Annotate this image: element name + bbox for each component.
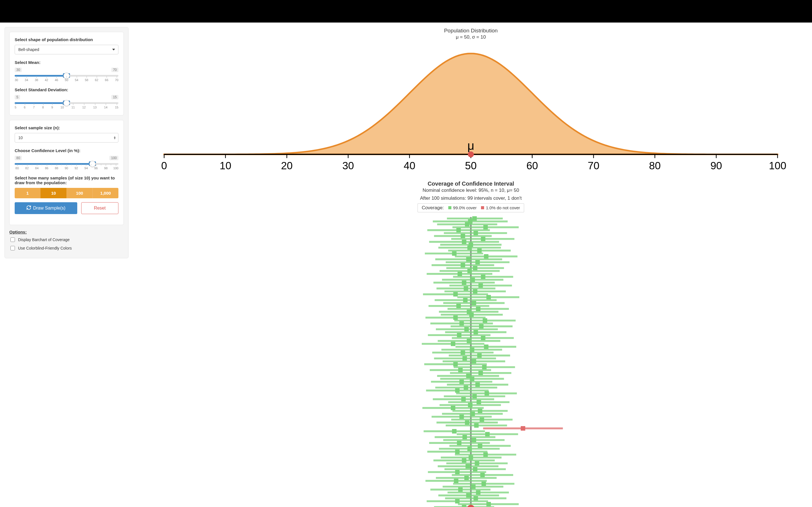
pop-chart-svg: 0102030405060708090100μ <box>134 42 808 177</box>
n-select[interactable]: 10 ▲▼ <box>15 133 118 143</box>
sd-min: 5 <box>15 95 20 100</box>
svg-rect-183 <box>478 444 483 448</box>
conf-slider-handle[interactable] <box>89 161 96 167</box>
svg-text:40: 40 <box>404 160 415 172</box>
slider-tick <box>59 166 64 170</box>
mean-slider[interactable]: 50 3034384246505458626670 <box>15 74 118 82</box>
slider-tick: 96 <box>94 166 98 170</box>
slider-tick: 88 <box>54 166 59 170</box>
svg-rect-111 <box>467 339 471 343</box>
slider-tick: 34 <box>25 78 28 82</box>
option-colorblind-checkbox[interactable] <box>10 246 15 250</box>
coverage-chart: Coverage of Confidence Interval Nominal … <box>134 180 808 507</box>
slider-tick: 5 <box>15 106 16 109</box>
cov-chart-title: Coverage of Confidence Interval <box>134 180 808 187</box>
slider-tick: 100 <box>113 166 118 170</box>
reset-button[interactable]: Reset <box>81 202 118 214</box>
svg-rect-69 <box>470 277 475 282</box>
svg-rect-201 <box>455 470 460 474</box>
svg-rect-217 <box>466 493 470 497</box>
svg-rect-121 <box>477 353 482 358</box>
svg-rect-189 <box>483 452 488 457</box>
svg-rect-153 <box>476 400 481 404</box>
svg-rect-215 <box>476 490 480 495</box>
svg-rect-103 <box>464 327 469 332</box>
svg-text:30: 30 <box>342 160 354 172</box>
svg-rect-203 <box>480 473 485 477</box>
samples-option-1000[interactable]: 1,000 <box>93 188 118 198</box>
svg-rect-187 <box>455 449 460 454</box>
slider-tick <box>98 166 103 170</box>
svg-rect-197 <box>465 464 470 468</box>
option-barchart-label: Display Barchart of Coverage <box>18 237 70 242</box>
legend-swatch-cover <box>448 206 451 209</box>
option-barchart[interactable]: Display Barchart of Coverage <box>9 237 124 243</box>
conf-slider[interactable]: 95 80828486889092949698100 <box>15 162 118 170</box>
svg-rect-27 <box>472 216 477 221</box>
svg-rect-181 <box>457 441 462 445</box>
slider-tick: 54 <box>75 78 78 82</box>
svg-rect-219 <box>473 496 478 501</box>
slider-tick: 13 <box>93 106 96 109</box>
svg-rect-63 <box>467 269 472 273</box>
svg-rect-193 <box>462 458 466 462</box>
svg-rect-185 <box>467 446 472 451</box>
sd-slider-handle[interactable] <box>63 100 70 106</box>
svg-rect-89 <box>476 306 480 311</box>
svg-rect-139 <box>459 379 464 384</box>
svg-rect-107 <box>457 333 462 337</box>
slider-tick: 70 <box>115 78 118 82</box>
options-heading: Options: <box>9 230 124 234</box>
svg-rect-93 <box>469 313 474 317</box>
shape-select[interactable]: Bell-shaped <box>15 45 118 54</box>
sd-slider[interactable]: 10 56789101112131415 <box>15 101 118 109</box>
slider-tick: 98 <box>103 166 108 170</box>
slider-tick: 92 <box>74 166 79 170</box>
pop-chart-subtitle: μ = 50, σ = 10 <box>134 34 808 40</box>
samples-button-group: 1101001,000 <box>15 188 118 198</box>
svg-rect-179 <box>472 438 476 442</box>
conf-max: 100 <box>109 156 118 160</box>
svg-rect-55 <box>466 257 470 262</box>
svg-text:90: 90 <box>711 160 722 172</box>
slider-tick: 62 <box>95 78 98 82</box>
mean-min: 30 <box>15 68 22 72</box>
samples-option-1[interactable]: 1 <box>15 188 40 198</box>
svg-rect-85 <box>472 301 476 305</box>
svg-rect-133 <box>478 371 483 375</box>
shape-label: Select shape of population distribution <box>15 37 118 42</box>
slider-tick: 84 <box>35 166 39 170</box>
svg-rect-173 <box>452 429 456 434</box>
option-barchart-checkbox[interactable] <box>10 237 15 242</box>
legend-nocover-text: 1.0% do not cover <box>486 205 520 210</box>
svg-rect-59 <box>461 263 465 267</box>
slider-tick: 86 <box>44 166 49 170</box>
mean-max: 70 <box>111 68 118 72</box>
svg-rect-213 <box>458 487 463 492</box>
svg-rect-147 <box>485 391 489 395</box>
option-colorblind[interactable]: Use Colorblind-Friendly Colors <box>9 245 124 251</box>
svg-rect-79 <box>453 292 458 296</box>
svg-rect-223 <box>486 502 491 506</box>
svg-rect-65 <box>458 272 462 276</box>
samples-option-100[interactable]: 100 <box>66 188 93 198</box>
samples-option-10[interactable]: 10 <box>40 188 66 198</box>
slider-tick <box>49 166 54 170</box>
svg-rect-137 <box>470 377 474 381</box>
reset-button-label: Reset <box>94 206 106 210</box>
slider-tick: 50 <box>65 78 68 82</box>
svg-rect-145 <box>455 388 460 393</box>
draw-button[interactable]: Draw Sample(s) <box>15 202 77 214</box>
svg-rect-175 <box>485 432 490 436</box>
svg-rect-171 <box>521 426 525 431</box>
slider-tick: 11 <box>71 106 75 109</box>
slider-tick <box>29 166 34 170</box>
mean-slider-handle[interactable] <box>63 73 70 79</box>
slider-tick: 80 <box>15 166 19 170</box>
svg-rect-207 <box>454 478 458 483</box>
svg-rect-161 <box>470 411 475 416</box>
svg-rect-41 <box>481 237 486 241</box>
svg-text:10: 10 <box>220 160 231 172</box>
svg-rect-71 <box>462 280 466 285</box>
slider-tick: 38 <box>35 78 38 82</box>
